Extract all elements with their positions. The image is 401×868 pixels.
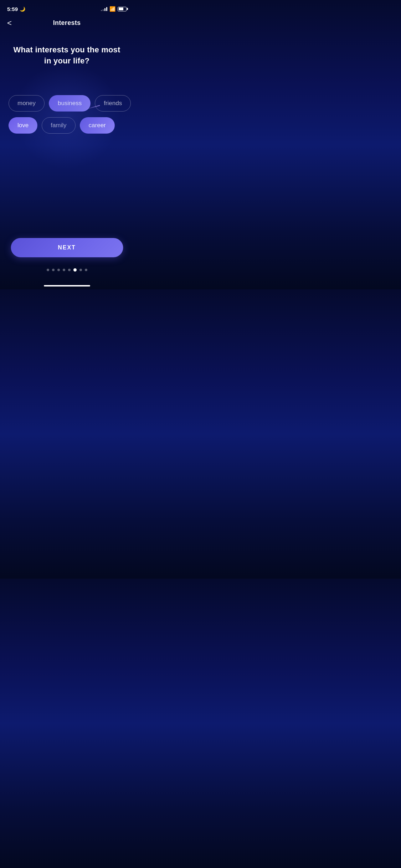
- battery-fill: [119, 7, 123, 10]
- tags-container: money business friends love family caree…: [0, 74, 134, 141]
- dot-7: [79, 269, 82, 271]
- status-time: 5:59 🌙: [7, 6, 25, 12]
- signal-bar-1: [101, 10, 102, 11]
- moon-icon: 🌙: [20, 6, 25, 12]
- question-text: What interests you the most in your life…: [11, 45, 123, 67]
- time-display: 5:59: [7, 6, 18, 12]
- dot-8: [85, 269, 87, 271]
- dot-2: [52, 269, 55, 271]
- tag-friends[interactable]: friends: [95, 95, 131, 112]
- dot-3: [57, 269, 60, 271]
- tag-money[interactable]: money: [9, 95, 45, 112]
- next-button[interactable]: NEXT: [11, 238, 123, 257]
- wifi-icon: 📶: [109, 6, 115, 12]
- status-icons: 📶: [101, 6, 127, 12]
- signal-bar-2: [103, 9, 104, 11]
- back-button[interactable]: <: [7, 19, 12, 28]
- status-bar: 5:59 🌙 📶: [0, 0, 134, 16]
- page-title: Interests: [53, 19, 81, 27]
- dot-4: [63, 269, 65, 271]
- battery-icon: [118, 7, 127, 11]
- dot-6-active: [73, 268, 77, 272]
- dot-1: [47, 269, 49, 271]
- signal-bar-4: [106, 7, 107, 11]
- tags-row-2: love family career: [9, 117, 125, 134]
- tags-row-1: money business friends: [9, 95, 125, 112]
- tag-family[interactable]: family: [42, 117, 75, 134]
- next-button-container: NEXT: [11, 238, 123, 257]
- tag-love[interactable]: love: [9, 117, 37, 134]
- home-indicator: [44, 285, 90, 286]
- main-content: What interests you the most in your life…: [0, 30, 134, 74]
- tag-career[interactable]: career: [80, 117, 115, 134]
- signal-icon: [101, 7, 107, 11]
- dot-5: [68, 269, 71, 271]
- tag-business[interactable]: business: [49, 95, 91, 112]
- pagination: [47, 268, 87, 272]
- nav-header: < Interests: [0, 16, 134, 30]
- signal-bar-3: [104, 8, 106, 11]
